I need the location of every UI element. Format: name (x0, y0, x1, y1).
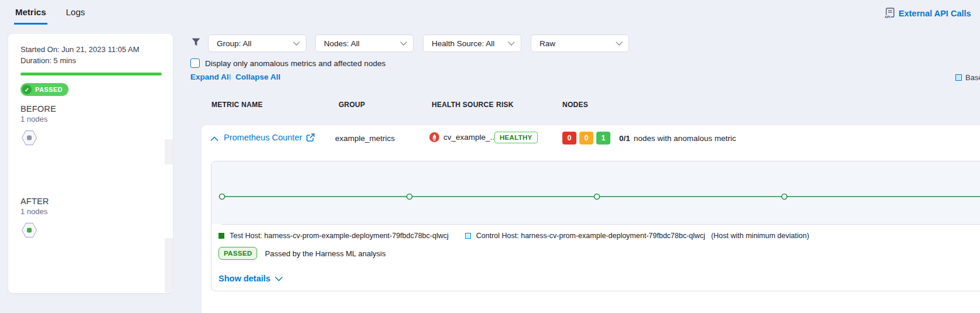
analysis-verdict: PASSED Passed by the Harness ML analysis (218, 247, 385, 260)
verdict-text: Passed by the Harness ML analysis (265, 249, 385, 258)
nodes-cell: 0 0 1 0/1 nodes with anomalous metric (562, 132, 736, 145)
status-badge-label: PASSED (35, 86, 63, 93)
filter-funnel-icon[interactable] (192, 38, 200, 49)
chevron-up-icon (210, 136, 218, 145)
expand-all-link[interactable]: Expand All (190, 73, 231, 81)
nodes-summary-text: nodes with anomalous metric (634, 134, 736, 143)
metric-row-card: Prometheus Counter example_metrics cv_ex… (202, 125, 980, 313)
group-filter-dropdown[interactable]: Group: All (208, 35, 306, 52)
before-node-count: 1 nodes (21, 115, 47, 123)
hexagon-node-icon (21, 130, 37, 146)
baseline-checkbox[interactable] (955, 74, 962, 81)
metric-name-link[interactable]: Prometheus Counter (224, 133, 315, 142)
status-badge: ✓ PASSED (21, 83, 69, 96)
link-separator (230, 73, 230, 82)
header-health-source: HEALTH SOURCE (432, 101, 494, 109)
warning-count-badge: 0 (579, 132, 593, 145)
control-host-legend-swatch (465, 233, 471, 239)
svg-text:API: API (885, 15, 890, 19)
anomalous-count-badge: 0 (562, 132, 576, 145)
verdict-badge: PASSED (218, 247, 257, 260)
metric-group-cell: example_metrics (335, 134, 395, 143)
after-list-scrollbar[interactable] (165, 238, 173, 293)
tab-logs[interactable]: Logs (65, 4, 87, 25)
nodes-filter-value: Nodes: All (324, 39, 360, 48)
verification-summary-card: Started On: Jun 21, 2023 11:05 AM Durati… (8, 34, 173, 293)
risk-cell: HEALTHY (494, 132, 538, 143)
data-mode-value: Raw (539, 39, 555, 48)
control-host-legend-note: (Host with minimum deviation) (711, 232, 809, 240)
nodes-summary-ratio: 0/1 (619, 134, 630, 143)
chevron-down-icon (508, 39, 514, 45)
after-node-count: 1 nodes (21, 207, 47, 216)
health-source-cell: cv_example_... (429, 132, 497, 142)
health-source-filter-dropdown[interactable]: Health Source: All (423, 35, 521, 52)
chevron-down-icon (275, 273, 283, 281)
api-document-icon: API (885, 8, 894, 19)
show-details-label: Show details (218, 274, 271, 283)
metric-detail-panel: Test Host: harness-cv-prom-example-deplo… (211, 161, 980, 291)
hexagon-node-icon (21, 222, 37, 238)
before-list-scrollbar[interactable] (165, 139, 173, 164)
data-mode-dropdown[interactable]: Raw (531, 35, 629, 52)
health-source-name: cv_example_... (443, 133, 497, 142)
chevron-down-icon (293, 39, 299, 45)
panel-divider (222, 224, 980, 225)
external-link-icon (306, 133, 315, 142)
tab-bar: Metrics Logs (14, 4, 86, 25)
check-icon: ✓ (22, 85, 32, 94)
timeline-chart-svg (211, 161, 980, 224)
verification-page: Metrics Logs API External API Calls Star… (0, 0, 980, 313)
before-node-hexagon[interactable] (21, 130, 37, 148)
after-section-label: AFTER (21, 197, 49, 206)
before-section-label: BEFORE (21, 104, 56, 113)
chart-legend: Test Host: harness-cv-prom-example-deplo… (218, 232, 809, 240)
chevron-down-icon (400, 39, 407, 45)
started-on-text: Started On: Jun 21, 2023 11:05 AM (21, 45, 139, 54)
nodes-filter-dropdown[interactable]: Nodes: All (315, 35, 414, 52)
test-host-legend-swatch (218, 233, 224, 239)
external-api-calls-label: External API Calls (899, 9, 971, 18)
risk-badge: HEALTHY (494, 132, 538, 143)
test-host-legend-label: Test Host: harness-cv-prom-example-deplo… (230, 232, 449, 240)
collapse-row-button[interactable] (211, 135, 217, 146)
metric-name-text: Prometheus Counter (224, 133, 302, 142)
baseline-label: Base (965, 73, 980, 82)
timeline-chart[interactable] (211, 161, 980, 224)
collapse-all-link[interactable]: Collapse All (235, 73, 281, 81)
external-api-calls-link[interactable]: API External API Calls (885, 8, 971, 19)
baseline-legend: Base (955, 73, 980, 82)
prometheus-icon (429, 132, 439, 142)
header-risk: RISK (496, 101, 514, 109)
anomalous-only-checkbox[interactable] (190, 59, 200, 68)
anomalous-only-label: Display only anomalous metrics and affec… (205, 59, 385, 68)
header-nodes: NODES (562, 101, 588, 109)
header-group: GROUP (339, 101, 365, 109)
header-metric-name: METRIC NAME (211, 101, 262, 109)
after-node-hexagon[interactable] (21, 222, 37, 240)
verification-progress-bar (21, 73, 162, 75)
show-details-link[interactable]: Show details (218, 274, 282, 283)
group-filter-value: Group: All (217, 39, 251, 48)
duration-text: Duration: 5 mins (21, 56, 76, 65)
control-host-legend-label: Control Host: harness-cv-prom-example-de… (476, 232, 705, 240)
tab-metrics[interactable]: Metrics (14, 4, 47, 25)
health-source-filter-value: Health Source: All (432, 39, 494, 48)
chevron-down-icon (616, 39, 622, 45)
healthy-count-badge: 1 (596, 132, 610, 145)
